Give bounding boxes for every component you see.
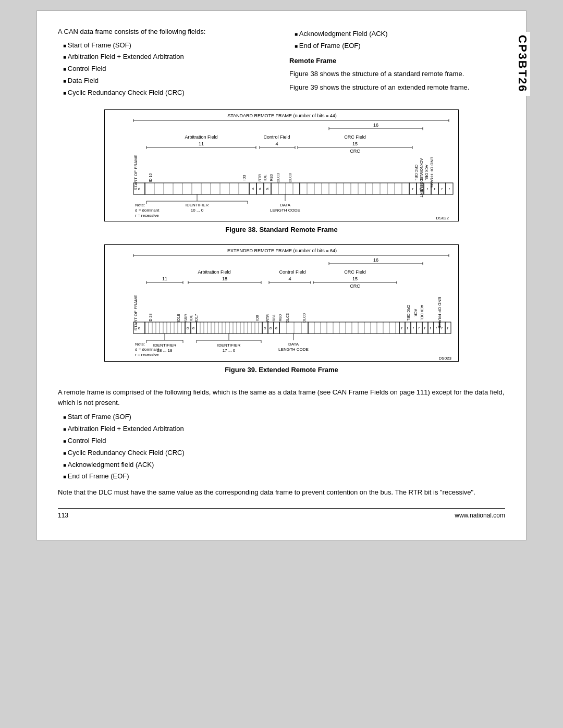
svg-text:Note:: Note: xyxy=(135,203,145,207)
svg-text:Arbitration Field: Arbitration Field xyxy=(185,134,217,140)
svg-text:ID18: ID18 xyxy=(177,314,180,322)
remote-frame-heading: Remote Frame xyxy=(289,56,505,66)
right-column: Acknowledgment Field (ACK) End of Frame … xyxy=(289,27,505,100)
svg-text:LENGTH CODE: LENGTH CODE xyxy=(278,347,309,352)
svg-text:11: 11 xyxy=(162,276,167,281)
svg-text:r = recessive: r = recessive xyxy=(135,352,159,357)
svg-text:d = dominant: d = dominant xyxy=(135,208,160,213)
svg-text:CRC Field: CRC Field xyxy=(344,134,366,140)
svg-text:IDE: IDE xyxy=(189,315,193,321)
svg-text:IDENTIFIER: IDENTIFIER xyxy=(217,343,241,348)
svg-text:DATA: DATA xyxy=(280,203,291,207)
svg-text:RTR: RTR xyxy=(266,314,270,322)
svg-text:DLC3: DLC3 xyxy=(286,313,289,323)
svg-text:Control Field: Control Field xyxy=(263,134,290,140)
svg-text:ID3: ID3 xyxy=(242,175,246,181)
bottom-bullet-eof: End of Frame (EOF) xyxy=(63,471,505,482)
svg-text:r: r xyxy=(401,326,403,330)
svg-text:EXTENDED REMOTE FRAME (number : EXTENDED REMOTE FRAME (number of bits = … xyxy=(227,248,337,253)
svg-text:DS022: DS022 xyxy=(436,216,449,220)
svg-text:DS023: DS023 xyxy=(439,356,452,361)
svg-text:CRC Field: CRC Field xyxy=(344,269,366,275)
bullet-eof: End of Frame (EOF) xyxy=(295,41,505,52)
svg-text:d: d xyxy=(259,187,261,191)
svg-text:DATA: DATA xyxy=(288,342,299,347)
fig38-caption: Figure 38. Standard Remote Frame xyxy=(58,225,505,235)
svg-text:ID17: ID17 xyxy=(194,314,198,322)
left-bullet-list: Start of Frame (SOF) Arbitration Field +… xyxy=(63,40,274,98)
svg-text:DLC0: DLC0 xyxy=(288,173,292,182)
svg-text:d: d xyxy=(252,187,254,191)
std-remote-frame-diagram: STANDARD REMOTE FRAME (number of bits = … xyxy=(104,109,459,221)
svg-text:r: r xyxy=(407,326,409,330)
svg-text:17 ... 0: 17 ... 0 xyxy=(223,348,236,353)
dlc-note: Note that the DLC must have the same val… xyxy=(58,487,505,498)
bullet-ack: Acknowledgment Field (ACK) xyxy=(295,29,505,40)
footer: 113 www.national.com xyxy=(58,508,505,519)
svg-text:d: d xyxy=(138,187,140,191)
remote-frame-desc1: Figure 38 shows the structure of a stand… xyxy=(289,69,505,79)
bottom-bullet-ctrl: Control Field xyxy=(63,436,505,447)
bullet-sof: Start of Frame (SOF) xyxy=(63,40,274,51)
svg-text:4: 4 xyxy=(275,141,278,146)
ext-remote-frame-diagram: EXTENDED REMOTE FRAME (number of bits = … xyxy=(104,244,459,362)
svg-text:CRC: CRC xyxy=(350,149,360,154)
svg-text:LENGTH CODE: LENGTH CODE xyxy=(270,208,300,213)
bullet-crc: Cyclic Redundancy Check Field (CRC) xyxy=(63,88,274,98)
svg-text:r: r xyxy=(442,187,443,191)
page: CP3BT26 A CAN data frame consists of the… xyxy=(36,10,527,540)
svg-text:DLC0: DLC0 xyxy=(302,313,306,323)
bottom-bullet-ack: Acknowledgment field (ACK) xyxy=(63,460,505,471)
svg-text:STANDARD REMOTE FRAME (number : STANDARD REMOTE FRAME (number of bits = … xyxy=(227,113,337,118)
svg-text:IDE: IDE xyxy=(263,175,267,181)
svg-text:RB0: RB0 xyxy=(270,175,273,182)
svg-text:IDENTIFIER: IDENTIFIER xyxy=(186,203,209,207)
svg-text:r: r xyxy=(442,326,443,330)
intro-section: A CAN data frame consists of the followi… xyxy=(58,27,505,100)
right-bullet-list: Acknowledgment Field (ACK) End of Frame … xyxy=(295,29,505,52)
bottom-bullet-list: Start of Frame (SOF) Arbitration Field +… xyxy=(63,412,505,482)
svg-text:DLC3: DLC3 xyxy=(276,173,280,182)
svg-text:SRR: SRR xyxy=(184,314,188,322)
svg-text:CRC DEL: CRC DEL xyxy=(414,165,418,181)
svg-text:r: r xyxy=(412,187,414,191)
svg-text:16: 16 xyxy=(373,257,378,263)
website: www.national.com xyxy=(455,512,505,519)
svg-text:4: 4 xyxy=(288,276,291,281)
svg-rect-188 xyxy=(308,322,399,334)
svg-text:r: r xyxy=(447,326,449,330)
svg-text:RTR: RTR xyxy=(258,174,262,181)
svg-rect-38 xyxy=(145,183,249,194)
svg-text:RB0: RB0 xyxy=(278,314,282,322)
svg-text:Control Field: Control Field xyxy=(279,269,305,275)
left-column: A CAN data frame consists of the followi… xyxy=(58,27,274,100)
svg-text:ACK DEL: ACK DEL xyxy=(425,165,429,181)
svg-text:r: r xyxy=(434,187,436,191)
svg-text:15: 15 xyxy=(352,141,358,146)
svg-text:r: r xyxy=(449,187,450,191)
svg-text:ID0: ID0 xyxy=(255,315,259,320)
bottom-bullet-sof: Start of Frame (SOF) xyxy=(63,412,505,423)
svg-text:15: 15 xyxy=(352,276,358,281)
svg-text:28 ... 18: 28 ... 18 xyxy=(157,348,173,353)
svg-text:CRC DEL: CRC DEL xyxy=(407,305,410,321)
svg-text:START OF FRAME: START OF FRAME xyxy=(133,155,138,191)
svg-text:d = dominant: d = dominant xyxy=(135,347,160,352)
svg-text:r: r xyxy=(424,326,426,330)
page-number: 113 xyxy=(58,512,68,519)
svg-rect-145 xyxy=(145,322,185,334)
svg-text:r: r xyxy=(419,326,420,330)
svg-text:16: 16 xyxy=(373,122,378,128)
svg-text:10 ... 0: 10 ... 0 xyxy=(191,208,204,213)
svg-text:ACKNOWLEDGEMENT: ACKNOWLEDGEMENT xyxy=(420,158,423,198)
bullet-control: Control Field xyxy=(63,64,274,75)
svg-text:r: r xyxy=(427,187,429,191)
svg-text:ACK DEL: ACK DEL xyxy=(420,305,424,320)
svg-text:r: r xyxy=(430,326,432,330)
svg-text:r: r xyxy=(436,326,437,330)
bullet-arbitration: Arbitration Field + Extended Arbitration xyxy=(63,52,274,63)
figure-38-block: STANDARD REMOTE FRAME (number of bits = … xyxy=(58,109,505,235)
svg-text:18: 18 xyxy=(222,276,227,281)
svg-text:d: d xyxy=(264,326,266,330)
svg-text:RB1: RB1 xyxy=(272,314,276,322)
